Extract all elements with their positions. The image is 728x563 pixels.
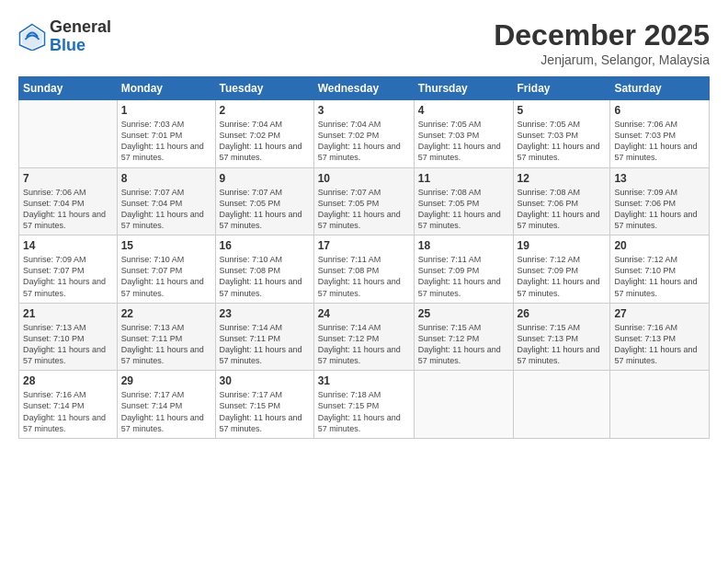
day-number: 5 <box>518 104 607 117</box>
day-info: Sunrise: 7:17 AM Sunset: 7:14 PM Dayligh… <box>121 389 211 434</box>
day-info: Sunrise: 7:07 AM Sunset: 7:05 PM Dayligh… <box>318 187 410 232</box>
calendar-cell: 4Sunrise: 7:05 AM Sunset: 7:03 PM Daylig… <box>414 100 513 168</box>
calendar-header-friday: Friday <box>513 77 610 100</box>
day-number: 29 <box>121 374 211 387</box>
logo-blue: Blue <box>50 36 85 54</box>
calendar-cell: 18Sunrise: 7:11 AM Sunset: 7:09 PM Dayli… <box>414 236 513 304</box>
day-info: Sunrise: 7:05 AM Sunset: 7:03 PM Dayligh… <box>418 119 509 164</box>
calendar-header-tuesday: Tuesday <box>215 77 313 100</box>
calendar-cell: 31Sunrise: 7:18 AM Sunset: 7:15 PM Dayli… <box>313 371 414 439</box>
day-info: Sunrise: 7:15 AM Sunset: 7:13 PM Dayligh… <box>518 322 607 367</box>
day-number: 31 <box>318 374 410 387</box>
day-number: 23 <box>220 307 310 320</box>
day-info: Sunrise: 7:17 AM Sunset: 7:15 PM Dayligh… <box>220 389 310 434</box>
day-info: Sunrise: 7:11 AM Sunset: 7:08 PM Dayligh… <box>318 254 410 299</box>
day-number: 11 <box>418 172 509 185</box>
calendar-cell: 13Sunrise: 7:09 AM Sunset: 7:06 PM Dayli… <box>610 167 710 236</box>
calendar-cell <box>610 371 710 439</box>
calendar-cell: 9Sunrise: 7:07 AM Sunset: 7:05 PM Daylig… <box>215 167 313 236</box>
calendar-week-2: 7Sunrise: 7:06 AM Sunset: 7:04 PM Daylig… <box>19 167 710 236</box>
calendar-cell: 16Sunrise: 7:10 AM Sunset: 7:08 PM Dayli… <box>215 236 313 304</box>
calendar-cell: 1Sunrise: 7:03 AM Sunset: 7:01 PM Daylig… <box>117 100 215 168</box>
calendar-cell <box>414 371 513 439</box>
day-number: 13 <box>614 172 705 185</box>
calendar-cell: 6Sunrise: 7:06 AM Sunset: 7:03 PM Daylig… <box>610 100 710 168</box>
calendar-week-3: 14Sunrise: 7:09 AM Sunset: 7:07 PM Dayli… <box>19 236 710 304</box>
day-info: Sunrise: 7:09 AM Sunset: 7:07 PM Dayligh… <box>23 254 113 299</box>
day-info: Sunrise: 7:12 AM Sunset: 7:09 PM Dayligh… <box>518 254 607 299</box>
day-number: 9 <box>220 172 310 185</box>
day-info: Sunrise: 7:06 AM Sunset: 7:04 PM Dayligh… <box>23 187 113 232</box>
calendar-cell: 8Sunrise: 7:07 AM Sunset: 7:04 PM Daylig… <box>117 167 215 236</box>
calendar-cell: 14Sunrise: 7:09 AM Sunset: 7:07 PM Dayli… <box>19 236 118 304</box>
day-info: Sunrise: 7:07 AM Sunset: 7:05 PM Dayligh… <box>220 187 310 232</box>
day-number: 15 <box>121 239 211 252</box>
day-number: 14 <box>23 239 113 252</box>
logo-general: General <box>50 17 111 36</box>
calendar-header-row: SundayMondayTuesdayWednesdayThursdayFrid… <box>19 77 710 100</box>
day-number: 22 <box>121 307 211 320</box>
day-number: 6 <box>614 104 705 117</box>
calendar-cell: 30Sunrise: 7:17 AM Sunset: 7:15 PM Dayli… <box>215 371 313 439</box>
calendar-cell: 19Sunrise: 7:12 AM Sunset: 7:09 PM Dayli… <box>513 236 610 304</box>
calendar-cell: 21Sunrise: 7:13 AM Sunset: 7:10 PM Dayli… <box>19 303 118 371</box>
calendar-cell: 22Sunrise: 7:13 AM Sunset: 7:11 PM Dayli… <box>117 303 215 371</box>
calendar-cell: 17Sunrise: 7:11 AM Sunset: 7:08 PM Dayli… <box>313 236 414 304</box>
day-info: Sunrise: 7:03 AM Sunset: 7:01 PM Dayligh… <box>121 119 211 164</box>
day-number: 16 <box>220 239 310 252</box>
day-number: 20 <box>614 239 705 252</box>
calendar-cell: 24Sunrise: 7:14 AM Sunset: 7:12 PM Dayli… <box>313 303 414 371</box>
day-info: Sunrise: 7:18 AM Sunset: 7:15 PM Dayligh… <box>318 389 410 434</box>
calendar-cell: 15Sunrise: 7:10 AM Sunset: 7:07 PM Dayli… <box>117 236 215 304</box>
calendar-table: SundayMondayTuesdayWednesdayThursdayFrid… <box>18 76 710 439</box>
day-info: Sunrise: 7:14 AM Sunset: 7:11 PM Dayligh… <box>220 322 310 367</box>
calendar-cell <box>19 100 118 168</box>
day-number: 21 <box>23 307 113 320</box>
calendar-cell: 28Sunrise: 7:16 AM Sunset: 7:14 PM Dayli… <box>19 371 118 439</box>
calendar-cell: 5Sunrise: 7:05 AM Sunset: 7:03 PM Daylig… <box>513 100 610 168</box>
calendar-header-thursday: Thursday <box>414 77 513 100</box>
day-number: 10 <box>318 172 410 185</box>
day-number: 19 <box>518 239 607 252</box>
day-info: Sunrise: 7:04 AM Sunset: 7:02 PM Dayligh… <box>220 119 310 164</box>
calendar-cell: 27Sunrise: 7:16 AM Sunset: 7:13 PM Dayli… <box>610 303 710 371</box>
day-number: 28 <box>23 374 113 387</box>
day-info: Sunrise: 7:12 AM Sunset: 7:10 PM Dayligh… <box>614 254 705 299</box>
day-info: Sunrise: 7:09 AM Sunset: 7:06 PM Dayligh… <box>614 187 705 232</box>
calendar-week-5: 28Sunrise: 7:16 AM Sunset: 7:14 PM Dayli… <box>19 371 710 439</box>
calendar-cell: 3Sunrise: 7:04 AM Sunset: 7:02 PM Daylig… <box>313 100 414 168</box>
day-info: Sunrise: 7:07 AM Sunset: 7:04 PM Dayligh… <box>121 187 211 232</box>
day-number: 18 <box>418 239 509 252</box>
day-number: 25 <box>418 307 509 320</box>
day-number: 12 <box>518 172 607 185</box>
day-info: Sunrise: 7:13 AM Sunset: 7:10 PM Dayligh… <box>23 322 113 367</box>
day-number: 27 <box>614 307 705 320</box>
calendar-week-1: 1Sunrise: 7:03 AM Sunset: 7:01 PM Daylig… <box>19 100 710 168</box>
day-info: Sunrise: 7:14 AM Sunset: 7:12 PM Dayligh… <box>318 322 410 367</box>
day-info: Sunrise: 7:10 AM Sunset: 7:07 PM Dayligh… <box>121 254 211 299</box>
calendar-week-4: 21Sunrise: 7:13 AM Sunset: 7:10 PM Dayli… <box>19 303 710 371</box>
calendar-page: General Blue December 2025 Jenjarum, Sel… <box>0 0 728 563</box>
day-info: Sunrise: 7:10 AM Sunset: 7:08 PM Dayligh… <box>220 254 310 299</box>
day-info: Sunrise: 7:05 AM Sunset: 7:03 PM Dayligh… <box>518 119 607 164</box>
header: General Blue December 2025 Jenjarum, Sel… <box>18 18 710 67</box>
day-number: 30 <box>220 374 310 387</box>
location: Jenjarum, Selangor, Malaysia <box>494 52 710 67</box>
day-info: Sunrise: 7:13 AM Sunset: 7:11 PM Dayligh… <box>121 322 211 367</box>
calendar-cell: 20Sunrise: 7:12 AM Sunset: 7:10 PM Dayli… <box>610 236 710 304</box>
calendar-header-monday: Monday <box>117 77 215 100</box>
day-number: 2 <box>220 104 310 117</box>
calendar-cell: 29Sunrise: 7:17 AM Sunset: 7:14 PM Dayli… <box>117 371 215 439</box>
day-info: Sunrise: 7:06 AM Sunset: 7:03 PM Dayligh… <box>614 119 705 164</box>
logo-icon <box>18 23 46 51</box>
calendar-cell: 12Sunrise: 7:08 AM Sunset: 7:06 PM Dayli… <box>513 167 610 236</box>
calendar-header-wednesday: Wednesday <box>313 77 414 100</box>
calendar-cell: 7Sunrise: 7:06 AM Sunset: 7:04 PM Daylig… <box>19 167 118 236</box>
day-info: Sunrise: 7:08 AM Sunset: 7:06 PM Dayligh… <box>518 187 607 232</box>
calendar-cell: 2Sunrise: 7:04 AM Sunset: 7:02 PM Daylig… <box>215 100 313 168</box>
day-number: 4 <box>418 104 509 117</box>
day-info: Sunrise: 7:15 AM Sunset: 7:12 PM Dayligh… <box>418 322 509 367</box>
day-info: Sunrise: 7:16 AM Sunset: 7:14 PM Dayligh… <box>23 389 113 434</box>
day-number: 7 <box>23 172 113 185</box>
day-number: 26 <box>518 307 607 320</box>
